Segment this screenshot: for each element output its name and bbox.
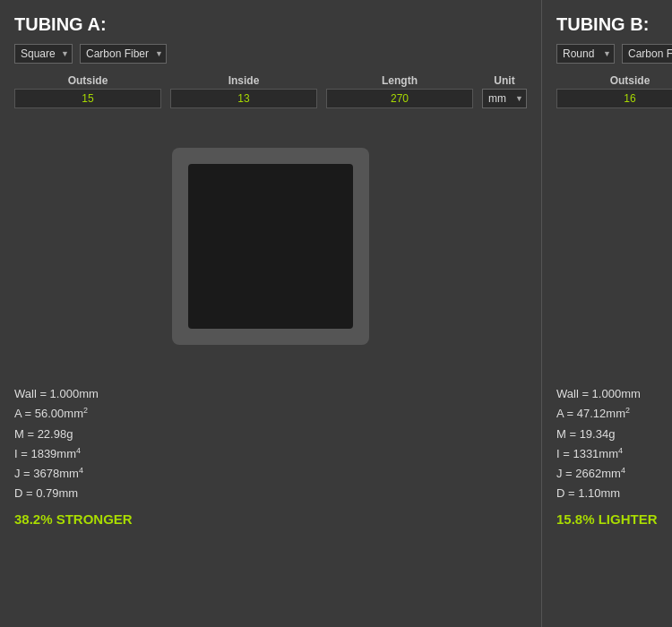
tubing-b-j: J = 2662mm4: [556, 464, 672, 484]
tubing-b-mass: M = 19.34g: [556, 425, 672, 444]
tubing-a-d: D = 0.79mm: [14, 484, 527, 503]
tubing-a-title: TUBING A:: [14, 14, 527, 35]
tubing-b-wall: Wall = 1.000mm: [556, 384, 672, 404]
tubing-a-unit-select[interactable]: mm in cm: [482, 89, 527, 108]
tubing-a-inside-label: Inside: [228, 74, 260, 87]
tubing-a-inside-input[interactable]: [170, 89, 317, 108]
tubing-b-fields: Outside Inside Length Unit mm in cm: [556, 74, 672, 108]
tubing-b-outside-group: Outside: [556, 74, 672, 108]
tubing-a-i: I = 1839mm4: [14, 444, 527, 464]
tubing-a-unit-wrapper[interactable]: mm in cm: [482, 89, 527, 108]
tubing-b-stats: Wall = 1.000mm A = 47.12mm2 M = 19.34g I…: [556, 384, 672, 504]
tubing-a-square-inner: [188, 164, 353, 329]
tubing-b-shape-wrapper[interactable]: Round Square Hex: [556, 44, 615, 64]
tubing-a-mass: M = 22.98g: [14, 425, 527, 444]
tubing-a-inside-group: Inside: [170, 74, 317, 108]
tubing-a-unit-group: Unit mm in cm: [482, 74, 527, 108]
tubing-a-material-select[interactable]: Carbon Fiber Steel Aluminum Titanium: [80, 44, 167, 64]
tubing-a-area: A = 56.00mm2: [14, 404, 527, 424]
tubing-b-material-wrapper[interactable]: Carbon Fiber Steel Aluminum Titanium: [622, 44, 672, 64]
tubing-b-outside-label: Outside: [610, 74, 650, 87]
tubing-a-material-wrapper[interactable]: Carbon Fiber Steel Aluminum Titanium: [80, 44, 167, 64]
tubing-b-i: I = 1331mm4: [556, 444, 672, 464]
main-container: TUBING A: Square Round Hex Carbon Fiber …: [0, 0, 672, 627]
tubing-b-controls: Round Square Hex Carbon Fiber Steel Alum…: [556, 44, 672, 64]
tubing-a-outside-label: Outside: [68, 74, 108, 87]
tubing-a-length-group: Length: [326, 74, 473, 108]
tubing-a-outside-group: Outside: [14, 74, 161, 108]
tubing-b-title: TUBING B:: [556, 14, 672, 35]
tubing-b-outside-input[interactable]: [556, 89, 672, 108]
tubing-a-shape-wrapper[interactable]: Square Round Hex: [14, 44, 73, 64]
tubing-b-shape-display: [556, 121, 672, 372]
tubing-a-unit-label: Unit: [494, 74, 514, 87]
tubing-a-controls: Square Round Hex Carbon Fiber Steel Alum…: [14, 44, 527, 64]
tubing-a-panel: TUBING A: Square Round Hex Carbon Fiber …: [0, 0, 542, 627]
tubing-a-j: J = 3678mm4: [14, 464, 527, 484]
tubing-a-fields: Outside Inside Length Unit mm in cm: [14, 74, 527, 108]
tubing-a-square: [172, 148, 369, 345]
tubing-a-shape-select[interactable]: Square Round Hex: [14, 44, 73, 64]
tubing-a-shape-display: [14, 121, 527, 372]
tubing-a-outside-input[interactable]: [14, 89, 161, 108]
tubing-a-stats: Wall = 1.000mm A = 56.00mm2 M = 22.98g I…: [14, 384, 527, 504]
tubing-b-material-select[interactable]: Carbon Fiber Steel Aluminum Titanium: [622, 44, 672, 64]
tubing-b-shape-select[interactable]: Round Square Hex: [556, 44, 615, 64]
tubing-a-length-input[interactable]: [326, 89, 473, 108]
tubing-b-panel: TUBING B: Round Square Hex Carbon Fiber …: [542, 0, 672, 627]
tubing-a-wall: Wall = 1.000mm: [14, 384, 527, 404]
tubing-b-d: D = 1.10mm: [556, 484, 672, 503]
tubing-b-area: A = 47.12mm2: [556, 404, 672, 424]
tubing-a-comparison: 38.2% STRONGER: [14, 511, 527, 527]
tubing-a-length-label: Length: [382, 74, 418, 87]
tubing-b-comparison: 15.8% LIGHTER: [556, 511, 672, 527]
